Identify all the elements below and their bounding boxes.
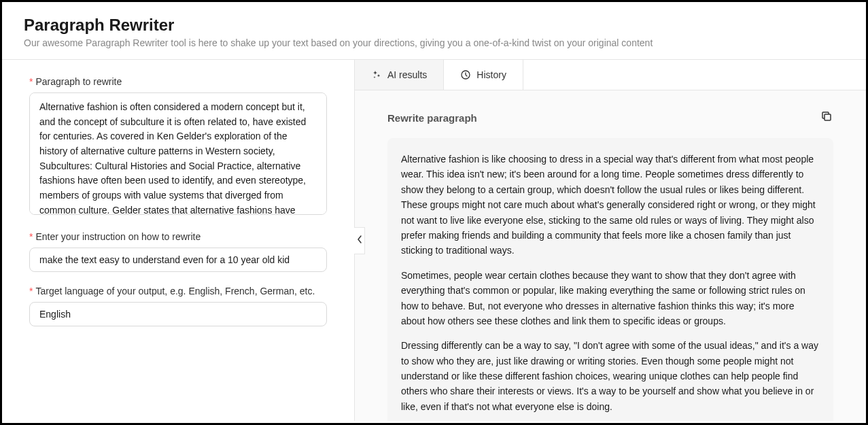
paragraph-label: *Paragraph to rewrite: [29, 76, 327, 87]
copy-button[interactable]: [820, 111, 833, 124]
language-label: *Target language of your output, e.g. En…: [29, 286, 327, 296]
language-field-group: *Target language of your output, e.g. En…: [29, 286, 327, 326]
result-header: Rewrite paragraph: [387, 111, 833, 124]
tab-ai-results-label: AI results: [387, 69, 427, 80]
tabs-bar: AI results History: [355, 60, 866, 90]
result-paragraph: Dressing differently can be a way to say…: [401, 338, 820, 414]
output-panel: AI results History Rewrite paragraph Alt…: [354, 60, 866, 421]
sparkle-icon: [371, 69, 382, 80]
paragraph-input[interactable]: [29, 92, 327, 215]
language-input[interactable]: [29, 302, 327, 326]
instruction-input[interactable]: [29, 248, 327, 272]
instruction-field-group: *Enter your instruction on how to rewrit…: [29, 231, 327, 272]
tab-history-label: History: [476, 69, 506, 80]
required-mark: *: [29, 76, 33, 87]
chevron-left-icon: [357, 235, 362, 245]
result-paragraph: Sometimes, people wear certain clothes b…: [401, 268, 820, 329]
tab-ai-results[interactable]: AI results: [355, 60, 444, 90]
tab-history[interactable]: History: [444, 60, 523, 90]
svg-rect-1: [824, 114, 831, 120]
page-title: Paragraph Rewriter: [24, 16, 844, 35]
result-title: Rewrite paragraph: [387, 112, 477, 124]
result-box: Alternative fashion is like choosing to …: [387, 138, 833, 421]
result-paragraph: Alternative fashion is like choosing to …: [401, 152, 820, 258]
input-panel: *Paragraph to rewrite *Enter your instru…: [2, 60, 354, 421]
collapse-handle[interactable]: [354, 227, 365, 254]
copy-icon: [820, 110, 833, 125]
results-area: Rewrite paragraph Alternative fashion is…: [355, 90, 866, 421]
page-header: Paragraph Rewriter Our awesome Paragraph…: [2, 2, 866, 60]
instruction-label: *Enter your instruction on how to rewrit…: [29, 231, 327, 242]
required-mark: *: [29, 231, 33, 242]
paragraph-field-group: *Paragraph to rewrite: [29, 76, 327, 218]
required-mark: *: [29, 286, 33, 296]
history-icon: [460, 69, 471, 80]
page-subtitle: Our awesome Paragraph Rewriter tool is h…: [24, 37, 844, 48]
main-content: *Paragraph to rewrite *Enter your instru…: [2, 60, 866, 421]
